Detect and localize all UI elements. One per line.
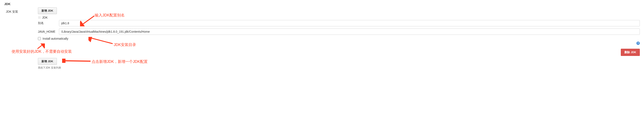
java-home-input[interactable] (59, 29, 640, 35)
delete-jdk-button[interactable]: 删除 JDK (621, 49, 640, 56)
sidebar-label: JDK 安装 (4, 7, 38, 14)
java-home-label: JAVA_HOME (38, 30, 59, 33)
instance-title: JDK (42, 16, 48, 19)
install-auto-label: Install automatically (42, 37, 68, 40)
add-jdk-button-bottom[interactable]: 新增 JDK (38, 58, 57, 65)
help-icon[interactable]: ? (636, 42, 640, 45)
add-jdk-button-top[interactable]: 新增 JDK (38, 7, 57, 14)
drag-handle-icon[interactable] (38, 16, 41, 19)
section-title: JDK (4, 2, 640, 6)
install-auto-checkbox[interactable] (38, 37, 41, 40)
alias-label: 别名 (38, 21, 59, 25)
alias-input[interactable] (59, 20, 640, 26)
footer-note: 系统下JDK 安装列表 (38, 66, 640, 70)
